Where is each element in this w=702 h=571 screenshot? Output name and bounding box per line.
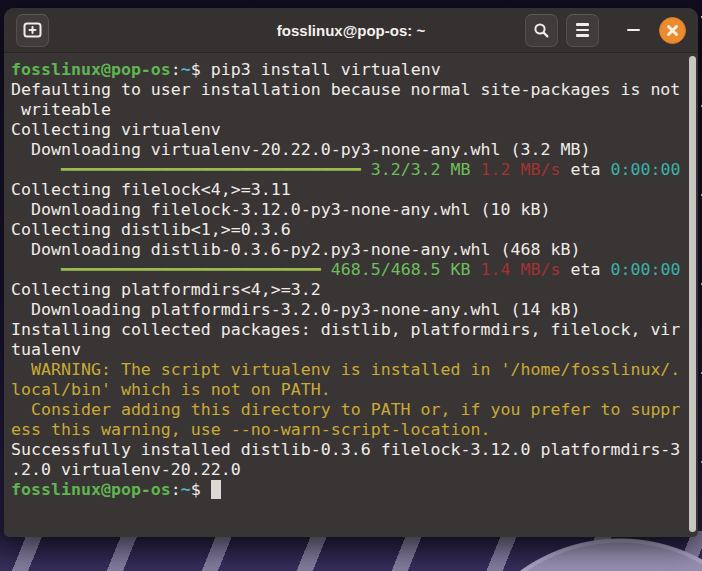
terminal-line: Collecting distlib<1,>=0.3.6 (11, 220, 688, 240)
terminal-line: tualenv (11, 340, 688, 360)
terminal-line: fosslinux@pop-os:~$ (11, 480, 688, 500)
menu-button[interactable] (566, 14, 599, 47)
terminal-line: Consider adding this directory to PATH o… (11, 400, 688, 420)
terminal-output[interactable]: fosslinux@pop-os:~$ pip3 install virtual… (4, 53, 698, 537)
close-button[interactable] (659, 17, 686, 44)
terminal-line: fosslinux@pop-os:~$ pip3 install virtual… (11, 60, 688, 80)
terminal-line: ━━━━━━━━━━━━━━━━━━━━━━━━━━ 468.5/468.5 K… (11, 260, 688, 280)
window-title: fosslinux@pop-os: ~ (277, 22, 425, 39)
terminal-line: Downloading virtualenv-20.22.0-py3-none-… (11, 140, 688, 160)
terminal-line: ━━━━━━━━━━━━━━━━━━━━━━━━━━━━━━ 3.2/3.2 M… (11, 160, 688, 180)
minimize-icon (627, 29, 640, 32)
desktop-wallpaper (0, 531, 702, 571)
terminal-line: Collecting virtualenv (11, 120, 688, 140)
terminal-line: Collecting filelock<4,>=3.11 (11, 180, 688, 200)
terminal-line: ess this warning, use --no-warn-script-l… (11, 420, 688, 440)
terminal-line: Installing collected packages: distlib, … (11, 320, 688, 340)
terminal-line: Collecting platformdirs<4,>=3.2 (11, 280, 688, 300)
hamburger-menu-icon (576, 23, 589, 36)
search-icon (533, 22, 550, 39)
terminal-line: Downloading distlib-0.3.6-py2.py3-none-a… (11, 240, 688, 260)
terminal-line: WARNING: The script virtualenv is instal… (11, 360, 688, 380)
terminal-window: fosslinux@pop-os: ~ (4, 8, 698, 537)
search-button[interactable] (525, 14, 558, 47)
close-icon (665, 23, 680, 38)
terminal-line: Downloading platformdirs-3.2.0-py3-none-… (11, 300, 688, 320)
terminal-cursor (211, 480, 221, 499)
terminal-line: .2.0 virtualenv-20.22.0 (11, 460, 688, 480)
terminal-line: Downloading filelock-3.12.0-py3-none-any… (11, 200, 688, 220)
scrollbar-thumb[interactable] (689, 56, 696, 532)
new-tab-icon (23, 22, 42, 39)
titlebar[interactable]: fosslinux@pop-os: ~ (4, 8, 698, 53)
minimize-button[interactable] (621, 14, 645, 47)
terminal-line: Successfully installed distlib-0.3.6 fil… (11, 440, 688, 460)
new-tab-button[interactable] (16, 14, 49, 47)
terminal-line: local/bin' which is not on PATH. (11, 380, 688, 400)
terminal-line: Defaulting to user installation because … (11, 80, 688, 100)
terminal-line: writeable (11, 100, 688, 120)
